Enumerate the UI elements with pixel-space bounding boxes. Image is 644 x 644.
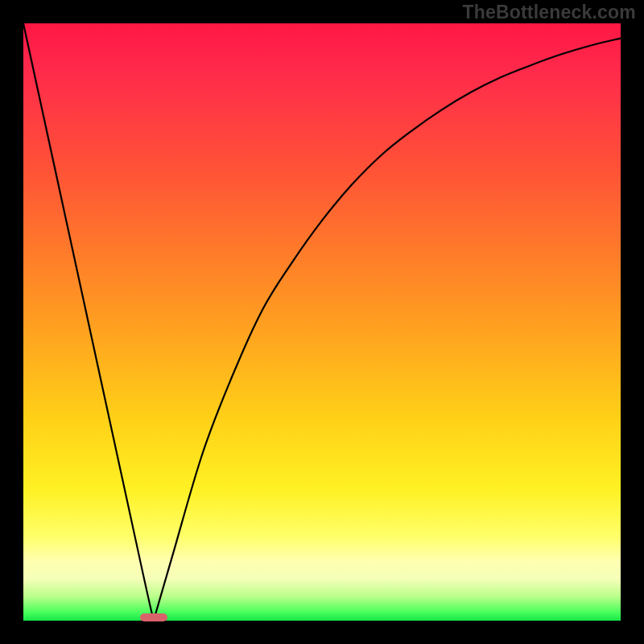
- chart-frame: TheBottleneck.com: [0, 0, 644, 644]
- watermark-text: TheBottleneck.com: [462, 2, 636, 23]
- plot-area: [23, 23, 621, 621]
- optimal-marker: [140, 613, 167, 621]
- bottleneck-curve: [23, 23, 621, 621]
